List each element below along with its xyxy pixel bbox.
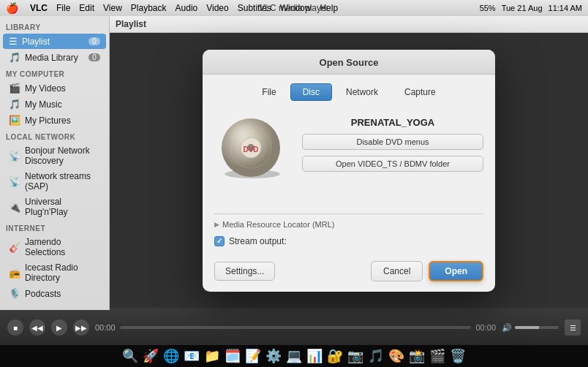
my-music-label: My Music bbox=[25, 99, 100, 110]
dock-item-launchpad[interactable]: 🚀 bbox=[141, 347, 160, 366]
disc-info: PRENATAL_YOGA Disable DVD menus Open VID… bbox=[302, 110, 483, 172]
my-videos-label: My Videos bbox=[25, 83, 100, 94]
open-bdmv-button[interactable]: Open VIDEO_TS / BDMV folder bbox=[302, 156, 483, 172]
dock-item-vlc[interactable]: 🎬 bbox=[428, 347, 447, 366]
media-library-label: Media Library bbox=[25, 53, 84, 63]
menubar-status: 55% Tue 21 Aug 11:14 AM bbox=[480, 0, 582, 16]
dock-item-security[interactable]: 🔐 bbox=[325, 347, 344, 366]
dock-item-itunes[interactable]: 🎵 bbox=[366, 347, 385, 366]
menubar: 🍎 VLC File Edit View Playback Audio Vide… bbox=[0, 0, 588, 16]
dock-item-terminal[interactable]: 💻 bbox=[284, 347, 304, 366]
menu-file[interactable]: File bbox=[56, 3, 70, 13]
sidebar-item-my-music[interactable]: 🎵 My Music bbox=[3, 97, 106, 112]
sidebar: LIBRARY ☰ Playlist 0 🎵 Media Library 0 M… bbox=[0, 16, 110, 310]
bonjour-icon: 📡 bbox=[9, 151, 20, 162]
menu-edit[interactable]: Edit bbox=[79, 3, 94, 13]
dock-item-system-prefs[interactable]: ⚙️ bbox=[264, 347, 283, 366]
sidebar-item-icecast[interactable]: 📻 Icecast Radio Directory bbox=[3, 260, 106, 285]
sidebar-item-sap[interactable]: 📡 Network streams (SAP) bbox=[3, 169, 106, 194]
dock-item-trash[interactable]: 🗑️ bbox=[448, 347, 467, 366]
volume-bar[interactable] bbox=[515, 326, 559, 329]
my-music-icon: 🎵 bbox=[9, 99, 20, 110]
dock-item-photos[interactable]: 📷 bbox=[346, 347, 365, 366]
mrl-section: Media Resource Locator (MRL) bbox=[214, 213, 483, 229]
tab-disc[interactable]: Disc bbox=[290, 83, 332, 101]
dock-item-safari[interactable]: 🌐 bbox=[162, 347, 181, 366]
progress-bar[interactable] bbox=[120, 326, 472, 329]
total-time: 00:00 bbox=[475, 323, 496, 332]
sidebar-playlist-label: Playlist bbox=[22, 37, 84, 47]
library-section: LIBRARY bbox=[0, 19, 109, 33]
bottom-controls: ■ ◀◀ ▶ ▶▶ 00:00 00:00 🔊 ☰ bbox=[0, 310, 588, 345]
dialog-title: Open Source bbox=[203, 50, 495, 75]
current-time: 00:00 bbox=[95, 323, 116, 332]
disc-content: DVD bbox=[214, 110, 483, 205]
dock-item-lr[interactable]: 📸 bbox=[407, 347, 426, 366]
menu-playback[interactable]: Playback bbox=[131, 3, 167, 13]
sidebar-item-my-videos[interactable]: 🎬 My Videos bbox=[3, 80, 106, 96]
volume-icon: 🔊 bbox=[502, 323, 512, 333]
content-body: Open Source File Disc Network Capture bbox=[110, 33, 588, 308]
disc-title: PRENATAL_YOGA bbox=[302, 117, 483, 128]
playlist-icon: ☰ bbox=[9, 36, 18, 47]
battery-status: 55% bbox=[480, 4, 496, 12]
disable-dvd-button[interactable]: Disable DVD menus bbox=[302, 134, 483, 150]
media-library-badge: 0 bbox=[88, 53, 100, 61]
tab-file[interactable]: File bbox=[249, 83, 288, 101]
sidebar-item-bonjour[interactable]: 📡 Bonjour Network Discovery bbox=[3, 143, 106, 168]
footer-buttons: Cancel Open bbox=[371, 261, 483, 281]
dialog-footer: Settings... Cancel Open bbox=[203, 255, 495, 292]
dock-item-files[interactable]: 📁 bbox=[203, 347, 222, 366]
settings-button[interactable]: Settings... bbox=[214, 262, 275, 281]
dock-item-ps[interactable]: 🎨 bbox=[387, 347, 406, 366]
stop-button[interactable]: ■ bbox=[7, 319, 23, 336]
window-title: VLC media player bbox=[259, 3, 328, 13]
dock-item-mail[interactable]: 📧 bbox=[182, 347, 201, 366]
play-button[interactable]: ▶ bbox=[51, 319, 67, 336]
progress-area: 00:00 00:00 bbox=[95, 323, 496, 332]
time-display: 11:14 AM bbox=[549, 4, 582, 12]
dock-item-calendar[interactable]: 🗓️ bbox=[223, 347, 242, 366]
playlist-badge: 0 bbox=[88, 37, 100, 45]
upnp-icon: 🔌 bbox=[9, 202, 20, 213]
tab-network[interactable]: Network bbox=[333, 83, 391, 101]
prev-button[interactable]: ◀◀ bbox=[29, 319, 45, 336]
content-header: Playlist bbox=[110, 16, 588, 33]
dialog-body: File Disc Network Capture bbox=[203, 75, 495, 255]
dock: 🔍 🚀 🌐 📧 📁 🗓️ 📝 ⚙️ 💻 📊 🔐 📷 🎵 🎨 📸 🎬 🗑️ bbox=[0, 345, 588, 367]
next-button[interactable]: ▶▶ bbox=[73, 319, 89, 336]
sidebar-item-my-pictures[interactable]: 🖼️ My Pictures bbox=[3, 113, 106, 128]
localnetwork-section: LOCAL NETWORK bbox=[0, 129, 109, 143]
dock-item-finder[interactable]: 🔍 bbox=[121, 347, 140, 366]
tab-capture[interactable]: Capture bbox=[392, 83, 448, 101]
menu-audio[interactable]: Audio bbox=[176, 3, 198, 13]
app-name[interactable]: VLC bbox=[30, 3, 48, 13]
sidebar-item-podcasts[interactable]: 🎙️ Podcasts bbox=[3, 286, 106, 301]
menu-video[interactable]: Video bbox=[206, 3, 228, 13]
mycomputer-section: MY COMPUTER bbox=[0, 66, 109, 80]
disc-graphic: DVD bbox=[214, 110, 287, 183]
disc-image-container: DVD bbox=[214, 110, 287, 183]
stream-output-checkbox[interactable] bbox=[214, 236, 225, 246]
content-area: Playlist Open Source File Disc Network C… bbox=[110, 16, 588, 310]
sidebar-item-playlist[interactable]: ☰ Playlist 0 bbox=[3, 34, 106, 49]
dock-item-notes[interactable]: 📝 bbox=[244, 347, 263, 366]
jamendo-icon: 🎸 bbox=[9, 242, 20, 253]
date-time: Tue 21 Aug bbox=[502, 4, 543, 12]
stream-output-label: Stream output: bbox=[229, 236, 287, 246]
mrl-label[interactable]: Media Resource Locator (MRL) bbox=[214, 220, 483, 229]
sidebar-item-jamendo[interactable]: 🎸 Jamendo Selections bbox=[3, 235, 106, 260]
dock-item-activity[interactable]: 📊 bbox=[305, 347, 324, 366]
menu-view[interactable]: View bbox=[103, 3, 122, 13]
my-pictures-label: My Pictures bbox=[25, 116, 100, 126]
sidebar-item-upnp[interactable]: 🔌 Universal Plug'n'Play bbox=[3, 194, 106, 219]
sidebar-item-media-library[interactable]: 🎵 Media Library 0 bbox=[3, 50, 106, 65]
playlist-toggle-button[interactable]: ☰ bbox=[565, 319, 581, 336]
open-button[interactable]: Open bbox=[429, 261, 483, 281]
apple-menu[interactable]: 🍎 bbox=[6, 2, 18, 14]
stream-output-row: Stream output: bbox=[214, 236, 483, 246]
main-area: LIBRARY ☰ Playlist 0 🎵 Media Library 0 M… bbox=[0, 16, 588, 310]
internet-section: INTERNET bbox=[0, 220, 109, 234]
my-pictures-icon: 🖼️ bbox=[9, 115, 20, 126]
cancel-button[interactable]: Cancel bbox=[371, 261, 423, 281]
